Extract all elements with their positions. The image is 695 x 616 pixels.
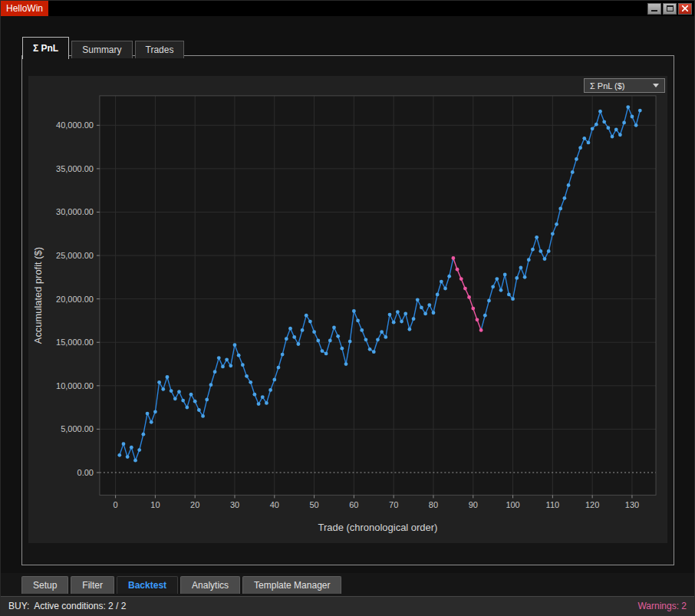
bottom-tab-analytics[interactable]: Analytics: [180, 576, 240, 594]
svg-text:40: 40: [270, 500, 279, 509]
svg-text:60: 60: [349, 500, 358, 509]
metric-select[interactable]: Σ PnL ($): [584, 78, 665, 93]
svg-text:40,000.00: 40,000.00: [56, 120, 94, 130]
titlebar: HelloWin: [1, 1, 694, 16]
svg-text:Trade (chronological order): Trade (chronological order): [318, 522, 437, 533]
svg-text:10,000.00: 10,000.00: [56, 381, 94, 390]
tab-pnl[interactable]: Σ PnL: [22, 37, 69, 59]
svg-text:50: 50: [309, 500, 318, 509]
svg-text:30,000.00: 30,000.00: [56, 207, 94, 216]
minimize-icon: [651, 10, 657, 12]
svg-text:0.00: 0.00: [77, 468, 94, 477]
maximize-button[interactable]: [663, 3, 677, 15]
close-icon: [682, 5, 688, 12]
close-button[interactable]: [678, 3, 692, 15]
svg-text:100: 100: [506, 500, 519, 509]
tab-trades[interactable]: Trades: [135, 41, 185, 58]
metric-select-value: Σ PnL ($): [590, 81, 653, 91]
svg-text:80: 80: [429, 500, 438, 509]
app-title: HelloWin: [1, 1, 48, 16]
svg-text:90: 90: [469, 500, 478, 509]
svg-text:20,000.00: 20,000.00: [56, 295, 94, 304]
bottom-tab-template-manager[interactable]: Template Manager: [242, 576, 341, 594]
svg-text:10: 10: [150, 500, 160, 509]
svg-text:130: 130: [625, 500, 639, 509]
app-window: HelloWin Σ PnL Summary Trades Σ P: [0, 0, 695, 616]
svg-text:120: 120: [585, 500, 599, 509]
svg-text:70: 70: [389, 500, 398, 509]
bottom-tab-backtest[interactable]: Backtest: [117, 576, 178, 594]
window-controls: [647, 1, 694, 16]
minimize-button[interactable]: [647, 3, 661, 15]
svg-text:5,000.00: 5,000.00: [61, 424, 94, 433]
chevron-down-icon: [653, 84, 659, 87]
svg-text:35,000.00: 35,000.00: [56, 164, 94, 173]
bottom-tab-strip: Setup Filter Backtest Analytics Template…: [1, 573, 694, 596]
main-area: Σ PnL Summary Trades Σ PnL ($) 0.005,000…: [1, 16, 694, 573]
svg-text:0: 0: [114, 500, 118, 509]
status-active-conditions: BUY: Active conditions: 2 / 2: [8, 601, 126, 611]
svg-text:110: 110: [546, 500, 559, 509]
chart-surface: Σ PnL ($) 0.005,000.0010,000.0015,000.00…: [28, 76, 667, 543]
maximize-icon: [667, 5, 674, 12]
tab-strip: Σ PnL Summary Trades: [22, 37, 186, 58]
svg-text:30: 30: [230, 500, 239, 509]
bottom-tab-setup[interactable]: Setup: [21, 576, 68, 594]
status-warnings: Warnings: 2: [637, 601, 687, 611]
pnl-chart: 0.005,000.0010,000.0015,000.0020,000.002…: [28, 76, 667, 543]
bottom-tab-filter[interactable]: Filter: [71, 576, 114, 594]
pnl-panel: Σ PnL ($) 0.005,000.0010,000.0015,000.00…: [21, 55, 674, 565]
svg-text:20: 20: [190, 500, 199, 509]
svg-text:15,000.00: 15,000.00: [56, 338, 94, 347]
tab-summary[interactable]: Summary: [71, 41, 132, 58]
svg-text:Accumulated profit ($): Accumulated profit ($): [32, 247, 44, 344]
status-bar: BUY: Active conditions: 2 / 2 Warnings: …: [1, 596, 694, 615]
svg-text:25,000.00: 25,000.00: [56, 251, 94, 260]
